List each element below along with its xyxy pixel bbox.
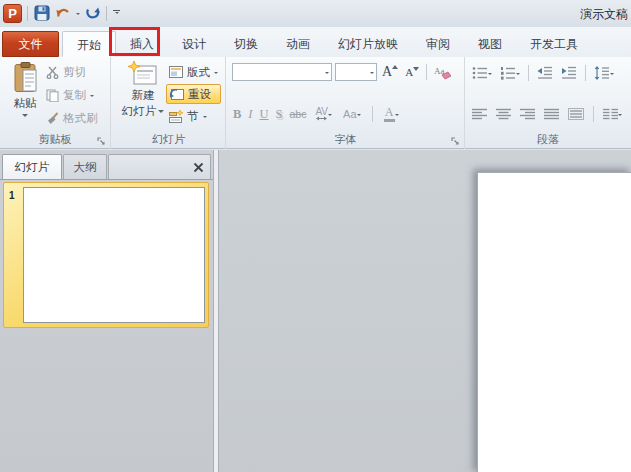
close-panel-icon[interactable] (193, 162, 204, 173)
bold-button[interactable]: B (233, 107, 241, 122)
bullets-button[interactable] (470, 64, 494, 82)
divider (585, 65, 586, 81)
slides-group-label: 幻灯片 (112, 132, 225, 147)
align-center-button[interactable] (494, 105, 513, 123)
clear-formatting-button[interactable]: Aa (432, 63, 453, 81)
font-size-combobox[interactable] (335, 63, 377, 81)
brush-icon (46, 112, 59, 125)
save-icon[interactable] (33, 3, 51, 23)
change-case-dropdown-icon[interactable] (357, 114, 361, 118)
line-spacing-dropdown-icon[interactable] (610, 73, 614, 77)
tab-review[interactable]: 审阅 (412, 31, 464, 57)
font-color-dropdown-icon[interactable] (395, 114, 399, 118)
character-spacing-button[interactable]: AV (313, 105, 334, 123)
redo-icon[interactable] (84, 3, 101, 23)
tab-home[interactable]: 开始 (62, 31, 116, 57)
slide-thumbnail-selected[interactable]: 1 (3, 182, 209, 328)
window-title: 演示文稿 (580, 6, 628, 23)
undo-icon[interactable] (54, 3, 72, 23)
panel-tab-outline[interactable]: 大纲 (63, 154, 107, 179)
font-size-dropdown-icon[interactable] (370, 72, 374, 76)
slide-number: 1 (9, 190, 15, 201)
copy-dropdown-icon[interactable] (90, 95, 94, 99)
tab-transitions[interactable]: 切换 (220, 31, 272, 57)
line-spacing-button[interactable] (592, 64, 616, 82)
clipboard-dialog-launcher-icon[interactable] (97, 137, 106, 146)
bullets-dropdown-icon[interactable] (488, 73, 492, 77)
shrink-font-button[interactable]: A (403, 63, 421, 81)
reset-button[interactable]: 重设 (166, 84, 221, 104)
font-dialog-launcher-icon[interactable] (451, 137, 460, 146)
slide-canvas[interactable] (477, 172, 631, 472)
title-bar: P (0, 0, 631, 27)
tab-developer[interactable]: 开发工具 (516, 31, 592, 57)
tab-slideshow[interactable]: 幻灯片放映 (324, 31, 412, 57)
underline-button[interactable]: U (260, 107, 269, 122)
tab-file[interactable]: 文件 (2, 31, 59, 57)
group-slides: 新建 幻灯片 版式 (112, 57, 226, 149)
font-group-label: 字体 (227, 132, 464, 147)
undo-dropdown-icon[interactable] (75, 3, 81, 23)
section-button[interactable]: 节 (166, 106, 221, 126)
workspace: 幻灯片 大纲 1 (0, 150, 631, 472)
layout-button[interactable]: 版式 (166, 62, 221, 82)
powerpoint-logo[interactable]: P (3, 4, 22, 23)
justify-button[interactable] (542, 105, 561, 123)
divider (372, 106, 373, 122)
columns-button[interactable] (601, 105, 624, 123)
new-slide-label-line2: 幻灯片 (122, 104, 157, 118)
copy-button[interactable]: 复制 (46, 86, 98, 105)
change-case-button[interactable]: Aa (341, 105, 362, 123)
ribbon-tab-bar: 文件 开始 插入 设计 切换 动画 幻灯片放映 审阅 视图 开发工具 (0, 27, 631, 57)
tab-insert[interactable]: 插入 (116, 31, 168, 57)
paste-button[interactable]: 粘贴 (8, 62, 42, 138)
new-slide-dropdown-icon[interactable] (158, 110, 164, 116)
grow-font-label: A (382, 64, 392, 80)
group-paragraph: 段落 (465, 57, 631, 149)
italic-button[interactable]: I (248, 107, 252, 122)
font-name-combobox[interactable] (232, 63, 332, 81)
numbering-button[interactable] (498, 64, 522, 82)
cut-button[interactable]: 剪切 (46, 63, 98, 82)
section-label: 节 (187, 109, 199, 124)
tab-design[interactable]: 设计 (168, 31, 220, 57)
font-color-label: A (385, 107, 394, 118)
layout-label: 版式 (187, 65, 210, 80)
new-slide-button[interactable]: 新建 幻灯片 (118, 61, 168, 139)
grow-font-button[interactable]: A (380, 63, 400, 81)
format-painter-button[interactable]: 格式刷 (46, 109, 98, 128)
font-color-button[interactable]: A (382, 105, 401, 123)
font-name-dropdown-icon[interactable] (325, 72, 329, 76)
layout-dropdown-icon[interactable] (214, 72, 218, 76)
align-right-button[interactable] (518, 105, 537, 123)
paragraph-group-label: 段落 (465, 132, 631, 147)
text-shadow-button[interactable]: S (276, 107, 283, 122)
numbering-dropdown-icon[interactable] (516, 73, 520, 77)
clear-formatting-icon: Aa (434, 65, 451, 80)
customize-quick-access-icon[interactable] (112, 3, 121, 23)
tab-view[interactable]: 视图 (464, 31, 516, 57)
slides-outline-panel: 幻灯片 大纲 1 (0, 150, 213, 472)
decrease-indent-button[interactable] (535, 64, 555, 82)
align-left-button[interactable] (470, 105, 489, 123)
panel-tab-filler (108, 154, 211, 179)
powerpoint-window: P (0, 0, 631, 472)
strikethrough-button[interactable]: abc (290, 108, 307, 120)
tab-animations[interactable]: 动画 (272, 31, 324, 57)
cut-label: 剪切 (63, 65, 86, 80)
group-clipboard: 粘贴 剪切 (0, 57, 111, 149)
panel-tab-slides[interactable]: 幻灯片 (2, 154, 62, 179)
distribute-text-button[interactable] (566, 105, 586, 123)
paste-dropdown-icon[interactable] (22, 114, 28, 120)
character-spacing-label: AV (315, 107, 328, 116)
character-spacing-dropdown-icon[interactable] (328, 114, 332, 118)
clipboard-group-label: 剪贴板 (0, 132, 110, 147)
new-slide-icon (128, 61, 158, 86)
increase-indent-button[interactable] (559, 64, 579, 82)
slide-thumbnail-preview[interactable] (23, 187, 205, 323)
quick-access-toolbar: P (3, 2, 121, 24)
group-font: A A Aa B (227, 57, 465, 149)
columns-dropdown-icon[interactable] (618, 114, 622, 118)
section-dropdown-icon[interactable] (203, 116, 207, 120)
copy-label: 复制 (63, 88, 86, 103)
